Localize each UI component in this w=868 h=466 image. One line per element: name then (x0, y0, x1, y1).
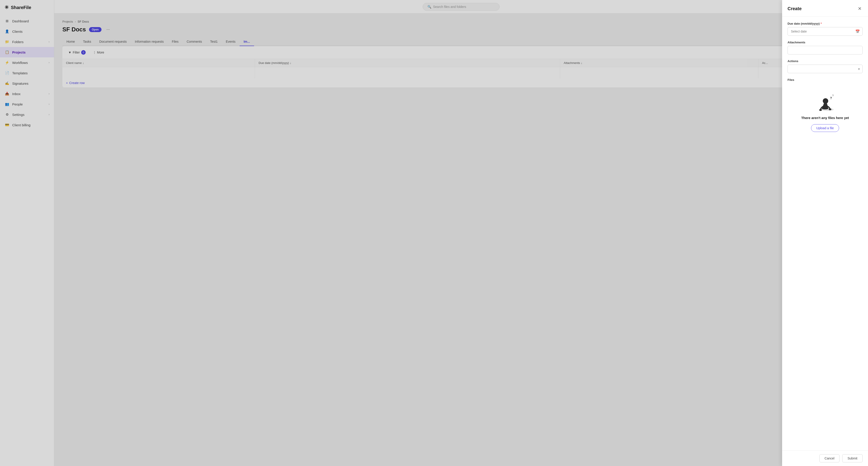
attachments-input[interactable] (787, 46, 863, 55)
svg-point-5 (829, 108, 831, 110)
files-illustration: ? ? (811, 90, 839, 112)
files-empty-text: There aren't any files here yet (801, 116, 849, 120)
side-panel-header: Create ✕ (782, 0, 868, 16)
files-label: Files (787, 78, 863, 81)
svg-point-4 (819, 109, 822, 111)
side-panel: Create ✕ Due date (mm/dd/yyyy) * 📅 Attac… (782, 0, 868, 466)
upload-file-button[interactable]: Upload a file (811, 124, 839, 132)
overlay[interactable] (0, 0, 868, 466)
side-panel-footer: Cancel Submit (782, 451, 868, 466)
actions-field-group: Actions ▾ (787, 59, 863, 73)
svg-point-1 (823, 98, 828, 104)
due-date-required-marker: * (820, 22, 822, 25)
submit-button[interactable]: Submit (842, 454, 863, 462)
files-empty-state: ? ? There aren't any files here yet Uplo… (787, 85, 863, 136)
attachments-field-group: Attachments (787, 41, 863, 55)
attachments-label: Attachments (787, 41, 863, 44)
files-section: Files ? ? (787, 78, 863, 136)
svg-text:?: ? (832, 94, 834, 97)
due-date-label: Due date (mm/dd/yyyy) * (787, 22, 863, 25)
actions-select-wrapper: ▾ (787, 65, 863, 73)
close-panel-button[interactable]: ✕ (857, 5, 863, 12)
due-date-input-wrapper: 📅 (787, 27, 863, 36)
svg-text:?: ? (830, 96, 832, 100)
actions-label: Actions (787, 59, 863, 63)
cancel-button[interactable]: Cancel (819, 454, 840, 462)
actions-select[interactable] (787, 65, 863, 73)
calendar-icon: 📅 (855, 29, 860, 34)
side-panel-title: Create (787, 6, 802, 11)
due-date-field-group: Due date (mm/dd/yyyy) * 📅 (787, 22, 863, 36)
side-panel-body: Due date (mm/dd/yyyy) * 📅 Attachments Ac… (782, 16, 868, 451)
due-date-input[interactable] (787, 27, 863, 36)
